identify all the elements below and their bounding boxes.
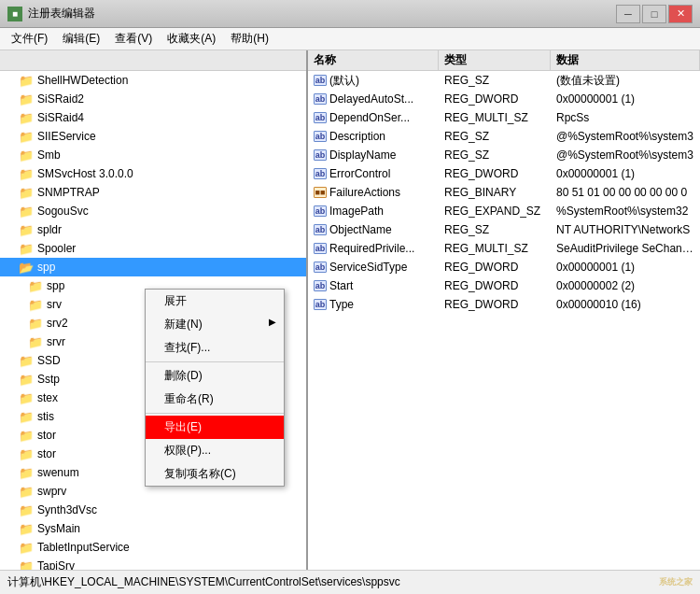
reg-type-icon: ab <box>314 112 327 123</box>
value-row[interactable]: ab Type REG_DWORD 0x00000010 (16) <box>308 295 700 314</box>
minimize-button[interactable]: ─ <box>616 5 640 23</box>
folder-icon: 📁 <box>28 335 43 349</box>
ctx-expand[interactable]: 展开 <box>146 290 284 313</box>
title-bar: ■ 注册表编辑器 ─ □ ✕ <box>0 0 700 28</box>
reg-type-icon: ab <box>314 93 327 105</box>
tree-item[interactable]: 📁 SiSRaid2 <box>0 90 306 108</box>
col-header-name[interactable]: 名称 <box>308 50 439 70</box>
reg-type-icon: ab <box>314 131 327 142</box>
folder-icon: 📁 <box>19 130 34 144</box>
menu-bar: 文件(F) 编辑(E) 查看(V) 收藏夹(A) 帮助(H) <box>0 28 700 50</box>
folder-icon: 📁 <box>19 167 34 181</box>
folder-icon-selected: 📂 <box>19 261 34 275</box>
folder-icon: 📁 <box>19 74 34 88</box>
tree-item[interactable]: 📁 Spooler <box>0 239 306 258</box>
value-row[interactable]: ab ServiceSidType REG_DWORD 0x00000001 (… <box>308 258 700 276</box>
values-panel: 名称 类型 数据 ab (默认) REG_SZ (数值未设置) ab Delay… <box>308 50 700 570</box>
tree-item[interactable]: 📁 Smb <box>0 146 306 164</box>
value-row[interactable]: ab Start REG_DWORD 0x00000002 (2) <box>308 276 700 295</box>
reg-type-icon: ab <box>314 205 327 217</box>
folder-icon: 📁 <box>19 373 34 387</box>
tree-item[interactable]: 📁 SMSvcHost 3.0.0.0 <box>0 164 306 183</box>
folder-icon: 📁 <box>28 279 43 293</box>
tree-item[interactable]: 📁 TapiSrv <box>0 557 306 570</box>
title-bar-text: 注册表编辑器 <box>28 6 616 21</box>
value-row[interactable]: ■■ FailureActions REG_BINARY 80 51 01 00… <box>308 183 700 202</box>
ctx-find[interactable]: 查找(F)... <box>146 336 284 360</box>
tree-item[interactable]: 📁 SysMain <box>0 519 306 538</box>
ctx-permissions[interactable]: 权限(P)... <box>146 439 284 462</box>
value-row[interactable]: ab ObjectName REG_SZ NT AUTHORITY\Networ… <box>308 220 700 239</box>
folder-icon: 📁 <box>19 391 34 405</box>
folder-icon: 📁 <box>19 111 34 125</box>
status-text: 计算机\HKEY_LOCAL_MACHINE\SYSTEM\CurrentCon… <box>7 574 400 590</box>
ctx-copy-name[interactable]: 复制项名称(C) <box>146 462 284 486</box>
reg-type-icon: ab <box>314 224 327 235</box>
ctx-rename[interactable]: 重命名(R) <box>146 388 284 411</box>
folder-icon: 📁 <box>19 242 34 256</box>
reg-type-icon: ab <box>314 243 327 254</box>
value-row[interactable]: ab DisplayName REG_SZ @%SystemRoot%\syst… <box>308 146 700 164</box>
tree-item[interactable]: 📁 Synth3dVsc <box>0 501 306 519</box>
folder-icon: 📁 <box>28 298 43 312</box>
tree-item[interactable]: 📁 SNMPTRAP <box>0 183 306 202</box>
tree-panel: 📁 ShellHWDetection 📁 SiSRaid2 📁 SiSRaid4… <box>0 50 308 570</box>
folder-icon: 📁 <box>19 354 34 368</box>
menu-help[interactable]: 帮助(H) <box>223 29 276 49</box>
value-row[interactable]: ab ImagePath REG_EXPAND_SZ %SystemRoot%\… <box>308 202 700 220</box>
tree-item[interactable]: 📁 spldr <box>0 220 306 239</box>
folder-icon: 📁 <box>19 410 34 424</box>
menu-edit[interactable]: 编辑(E) <box>55 29 107 49</box>
reg-type-icon: ab <box>314 75 327 86</box>
app-icon: ■ <box>7 7 22 21</box>
reg-type-icon: ab <box>314 262 327 273</box>
context-menu: 展开 新建(N) 查找(F)... 删除(D) 重命名(R) 导出(E) 权限(… <box>145 289 285 487</box>
folder-icon: 📁 <box>19 485 34 499</box>
ctx-delete[interactable]: 删除(D) <box>146 364 284 388</box>
watermark-text: 系统之家 <box>659 576 693 588</box>
tree-item[interactable]: 📁 SIIEService <box>0 127 306 146</box>
value-row[interactable]: ab DependOnSer... REG_MULTI_SZ RpcSs <box>308 108 700 127</box>
reg-type-icon: ab <box>314 168 327 179</box>
ctx-export[interactable]: 导出(E) <box>146 416 284 439</box>
value-row[interactable]: ab RequiredPrivile... REG_MULTI_SZ SeAud… <box>308 239 700 258</box>
folder-icon: 📁 <box>19 186 34 200</box>
folder-icon: 📁 <box>19 447 34 461</box>
ctx-new[interactable]: 新建(N) <box>146 313 284 336</box>
value-row[interactable]: ab ErrorControl REG_DWORD 0x00000001 (1) <box>308 164 700 183</box>
menu-view[interactable]: 查看(V) <box>107 29 160 49</box>
ctx-separator-1 <box>146 361 284 362</box>
tree-item-selected[interactable]: 📂 spp <box>0 258 306 276</box>
menu-file[interactable]: 文件(F) <box>4 29 55 49</box>
tree-header <box>0 50 306 71</box>
folder-icon: 📁 <box>19 223 34 237</box>
menu-favorites[interactable]: 收藏夹(A) <box>160 29 223 49</box>
folder-icon: 📁 <box>19 148 34 163</box>
value-row[interactable]: ab Description REG_SZ @%SystemRoot%\syst… <box>308 127 700 146</box>
value-row[interactable]: ab (默认) REG_SZ (数值未设置) <box>308 71 700 90</box>
folder-icon: 📁 <box>19 92 34 106</box>
folder-icon: 📁 <box>19 559 34 571</box>
tree-item[interactable]: 📁 ShellHWDetection <box>0 71 306 90</box>
col-header-type[interactable]: 类型 <box>439 50 551 70</box>
reg-type-icon: ab <box>314 280 327 291</box>
values-header: 名称 类型 数据 <box>308 50 700 71</box>
folder-icon: 📁 <box>19 522 34 536</box>
close-button[interactable]: ✕ <box>668 5 693 23</box>
tree-item[interactable]: 📁 SogouSvc <box>0 202 306 220</box>
tree-item[interactable]: 📁 SiSRaid4 <box>0 108 306 127</box>
folder-icon: 📁 <box>19 503 34 517</box>
ctx-separator-2 <box>146 413 284 414</box>
tree-item[interactable]: 📁 TabletInputService <box>0 538 306 557</box>
value-row[interactable]: ab DelayedAutoSt... REG_DWORD 0x00000001… <box>308 90 700 108</box>
values-rows: ab (默认) REG_SZ (数值未设置) ab DelayedAutoSt.… <box>308 71 700 570</box>
folder-icon: 📁 <box>19 429 34 443</box>
col-header-data[interactable]: 数据 <box>551 50 700 70</box>
status-bar: 计算机\HKEY_LOCAL_MACHINE\SYSTEM\CurrentCon… <box>0 570 700 594</box>
reg-type-icon: ■■ <box>314 187 327 198</box>
reg-type-icon: ab <box>314 149 327 161</box>
maximize-button[interactable]: □ <box>642 5 666 23</box>
reg-type-icon: ab <box>314 299 327 310</box>
folder-icon: 📁 <box>28 317 43 331</box>
folder-icon: 📁 <box>19 466 34 480</box>
